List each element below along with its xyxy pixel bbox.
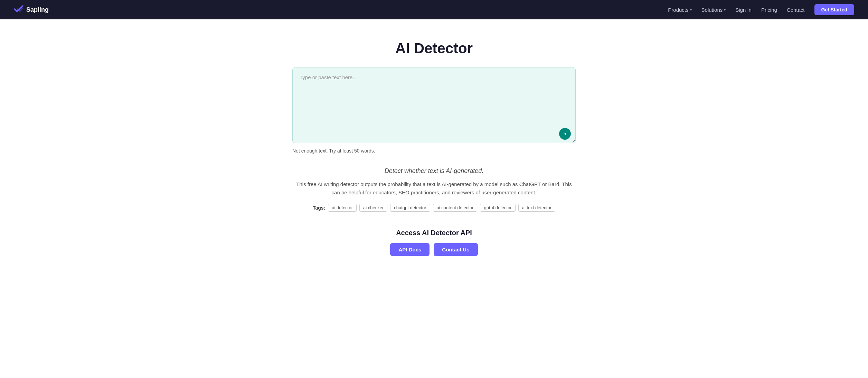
tags-row: Tags: ai detector ai checker chatgpt det…	[292, 204, 576, 212]
page-title: AI Detector	[395, 40, 473, 57]
api-section: Access AI Detector API API Docs Contact …	[390, 229, 478, 256]
navbar: Sapling Products ▾ Solutions ▾ Sign In P…	[0, 0, 868, 19]
tags-label: Tags:	[313, 205, 325, 211]
api-buttons: API Docs Contact Us	[390, 243, 478, 256]
main-content: AI Detector Not enough text. Try at leas…	[279, 19, 589, 270]
tag-gpt4-detector[interactable]: gpt-4 detector	[480, 204, 515, 212]
nav-signin[interactable]: Sign In	[735, 7, 752, 13]
nav-products[interactable]: Products ▾	[668, 7, 691, 13]
textarea-wrapper	[292, 67, 576, 145]
logo-icon	[14, 5, 23, 15]
nav-right: Products ▾ Solutions ▾ Sign In Pricing C…	[668, 4, 854, 15]
nav-solutions-label: Solutions	[701, 7, 723, 13]
tag-ai-detector[interactable]: ai detector	[328, 204, 357, 212]
logo-text: Sapling	[26, 6, 49, 13]
nav-products-label: Products	[668, 7, 688, 13]
chevron-down-icon: ▾	[724, 8, 726, 12]
description-section: Detect whether text is AI-generated. Thi…	[292, 167, 576, 212]
nav-contact[interactable]: Contact	[787, 7, 805, 13]
nav-solutions[interactable]: Solutions ▾	[701, 7, 726, 13]
text-input[interactable]	[292, 67, 576, 143]
tag-ai-text-detector[interactable]: ai text detector	[518, 204, 555, 212]
get-started-button[interactable]: Get Started	[814, 4, 854, 15]
description-text: This free AI writing detector outputs th…	[292, 180, 576, 197]
tag-chatgpt-detector[interactable]: chatgpt detector	[390, 204, 430, 212]
description-subtitle: Detect whether text is AI-generated.	[292, 167, 576, 175]
api-title: Access AI Detector API	[390, 229, 478, 237]
nav-pricing[interactable]: Pricing	[761, 7, 777, 13]
tag-ai-content-detector[interactable]: ai content detector	[433, 204, 478, 212]
contact-us-button[interactable]: Contact Us	[434, 243, 478, 256]
tag-ai-checker[interactable]: ai checker	[359, 204, 387, 212]
chevron-down-icon: ▾	[690, 8, 692, 12]
status-message: Not enough text. Try at least 50 words.	[292, 148, 576, 154]
logo[interactable]: Sapling	[14, 5, 49, 15]
submit-button[interactable]	[559, 128, 571, 140]
api-docs-button[interactable]: API Docs	[390, 243, 430, 256]
